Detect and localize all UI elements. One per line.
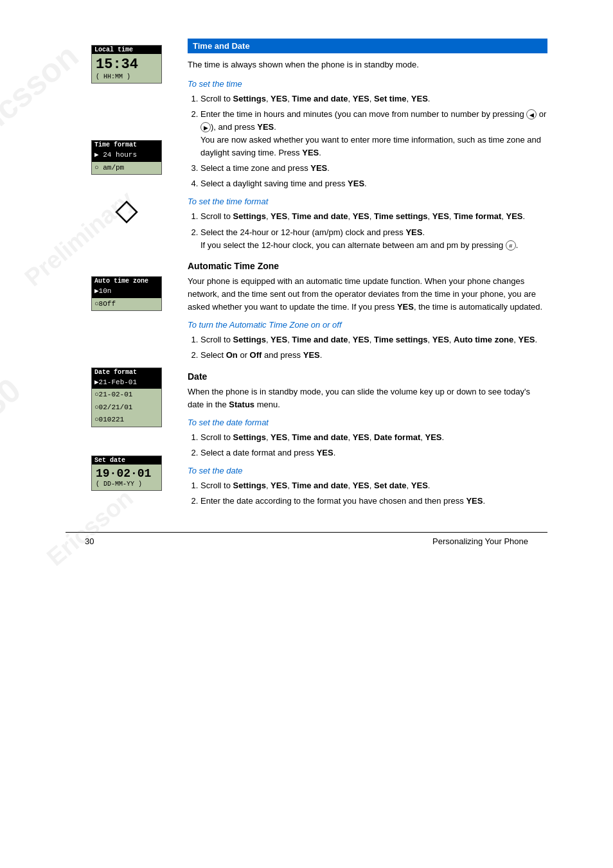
auto-time-zone-header: Auto time zone — [92, 277, 161, 285]
main-content: Time and Date The time is always shown w… — [168, 39, 547, 513]
auto-time-zone-display: Auto time zone ▶10n ○8Off — [91, 276, 162, 311]
step-set-time-3: Select a time zone and press YES. — [200, 162, 547, 175]
local-time-display: Local time 15:34 ( HH:MM ) — [91, 45, 162, 84]
time-format-row-2: ○ am/pm — [92, 162, 161, 174]
step-time-format-2: Select the 24-hour or 12-hour (am/pm) cl… — [200, 226, 547, 252]
set-date-value: 19·02·01 — [96, 467, 157, 481]
set-date-steps: Scroll to Settings, YES, Time and date, … — [200, 479, 547, 508]
set-date-body: 19·02·01 ( DD-MM-YY ) — [92, 465, 161, 491]
date-format-header: Date format — [92, 368, 161, 376]
local-time-body: 15:34 ( HH:MM ) — [92, 54, 161, 83]
date-body: When the phone is in standby mode, you c… — [188, 385, 547, 411]
page-number: 30 — [85, 536, 94, 546]
page-footer: 30 Personalizing Your Phone — [66, 532, 547, 546]
date-format-row-2: ○21-02-01 — [92, 389, 161, 401]
page-section-label: Personalizing Your Phone — [432, 536, 528, 546]
auto-timezone-heading: Automatic Time Zone — [188, 261, 547, 271]
set-time-format-steps: Scroll to Settings, YES, Time and date, … — [200, 210, 547, 251]
date-format-row-4: ○010221 — [92, 414, 161, 426]
set-date-format-title: To set the date format — [188, 418, 547, 427]
set-date-display: Set date 19·02·01 ( DD-MM-YY ) — [91, 456, 162, 492]
time-format-row-1: ▶ 24 hours — [92, 149, 161, 161]
set-time-title: To set the time — [188, 79, 547, 89]
set-time-steps: Scroll to Settings, YES, Time and date, … — [200, 93, 547, 191]
date-format-row-1: ▶21-Feb-01 — [92, 376, 161, 389]
step-atz-1: Scroll to Settings, YES, Time and date, … — [200, 333, 547, 346]
step-set-time-2: Enter the time in hours and minutes (you… — [200, 108, 547, 160]
step-sd-1: Scroll to Settings, YES, Time and date, … — [200, 479, 547, 492]
step-time-format-1: Scroll to Settings, YES, Time and date, … — [200, 210, 547, 223]
step-set-time-1: Scroll to Settings, YES, Time and date, … — [200, 93, 547, 105]
auto-tz-steps: Scroll to Settings, YES, Time and date, … — [200, 333, 547, 362]
local-time-value: 15:34 — [96, 57, 157, 73]
set-date-format-steps: Scroll to Settings, YES, Time and date, … — [200, 431, 547, 459]
auto-tz-row-1: ▶10n — [92, 285, 161, 297]
step-set-time-4: Select a daylight saving time and press … — [200, 177, 547, 190]
set-date-label: ( DD-MM-YY ) — [96, 481, 157, 488]
intro-text: The time is always shown when the phone … — [188, 58, 547, 71]
step-df-2: Select a date format and press YES. — [200, 447, 547, 459]
step-sd-2: Enter the date according to the format y… — [200, 495, 547, 508]
auto-tz-row-2: ○8Off — [92, 298, 161, 310]
diamond-icon — [114, 199, 139, 225]
step-atz-2: Select On or Off and press YES. — [200, 349, 547, 362]
set-date-header: Set date — [92, 456, 161, 465]
time-format-header: Time format — [92, 141, 161, 149]
page: Ericsson Preliminary A30 Ericsson Local … — [0, 0, 613, 868]
local-time-header: Local time — [92, 46, 161, 54]
date-format-row-3: ○02/21/01 — [92, 402, 161, 414]
date-format-display: Date format ▶21-Feb-01 ○21-02-01 ○02/21/… — [91, 368, 162, 427]
local-time-label: ( HH:MM ) — [96, 73, 157, 80]
left-sidebar: Local time 15:34 ( HH:MM ) Time format ▶… — [85, 39, 168, 513]
date-heading: Date — [188, 371, 547, 382]
section-header: Time and Date — [188, 39, 547, 53]
content-area: Local time 15:34 ( HH:MM ) Time format ▶… — [66, 39, 547, 513]
set-date-title: To set the date — [188, 466, 547, 475]
time-format-display: Time format ▶ 24 hours ○ am/pm — [91, 140, 162, 175]
auto-tz-toggle-title: To turn the Automatic Time Zone on or of… — [188, 320, 547, 330]
auto-timezone-body: Your phone is equipped with an automatic… — [188, 275, 547, 314]
step-df-1: Scroll to Settings, YES, Time and date, … — [200, 431, 547, 444]
set-time-format-title: To set the time format — [188, 197, 547, 206]
